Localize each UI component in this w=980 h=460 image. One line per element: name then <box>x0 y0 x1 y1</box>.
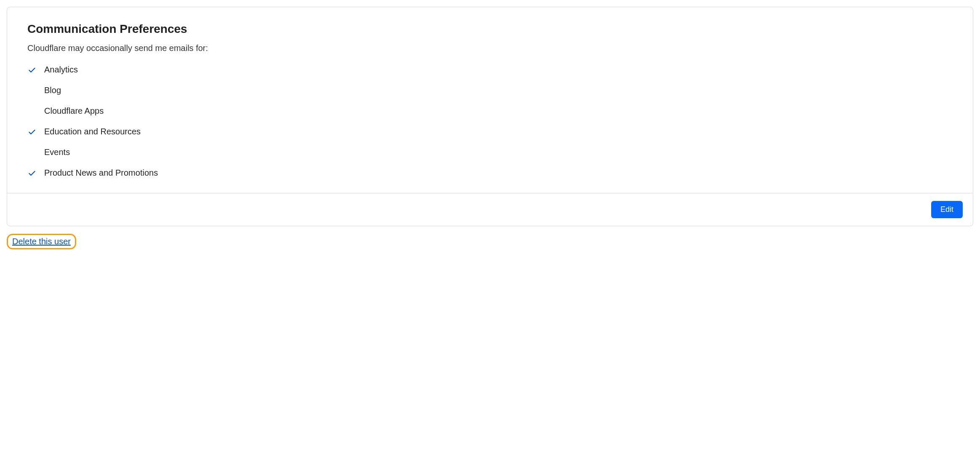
check-icon-empty <box>27 148 37 157</box>
pref-item-blog: Blog <box>27 86 953 95</box>
pref-label: Education and Resources <box>44 127 141 136</box>
check-icon-empty <box>27 107 37 116</box>
check-icon <box>27 65 37 75</box>
check-icon-empty <box>27 86 37 95</box>
pref-item-cloudflare-apps: Cloudflare Apps <box>27 106 953 116</box>
pref-label: Blog <box>44 86 61 95</box>
card-body: Communication Preferences Cloudflare may… <box>7 7 973 193</box>
delete-user-link[interactable]: Delete this user <box>12 237 71 246</box>
pref-label: Events <box>44 147 70 157</box>
preferences-list: Analytics Blog Cloudflare Apps Education… <box>27 65 953 178</box>
card-subtitle: Cloudflare may occasionally send me emai… <box>27 43 953 53</box>
card-footer: Edit <box>7 193 973 226</box>
check-icon <box>27 168 37 178</box>
pref-item-product-news: Product News and Promotions <box>27 168 953 178</box>
edit-button[interactable]: Edit <box>931 201 963 218</box>
pref-item-education-resources: Education and Resources <box>27 127 953 136</box>
pref-item-analytics: Analytics <box>27 65 953 75</box>
pref-label: Product News and Promotions <box>44 168 158 178</box>
check-icon <box>27 127 37 136</box>
delete-user-highlight: Delete this user <box>7 234 76 249</box>
pref-label: Cloudflare Apps <box>44 106 104 116</box>
pref-item-events: Events <box>27 147 953 157</box>
pref-label: Analytics <box>44 65 78 75</box>
card-title: Communication Preferences <box>27 22 953 36</box>
communication-preferences-card: Communication Preferences Cloudflare may… <box>7 7 973 226</box>
